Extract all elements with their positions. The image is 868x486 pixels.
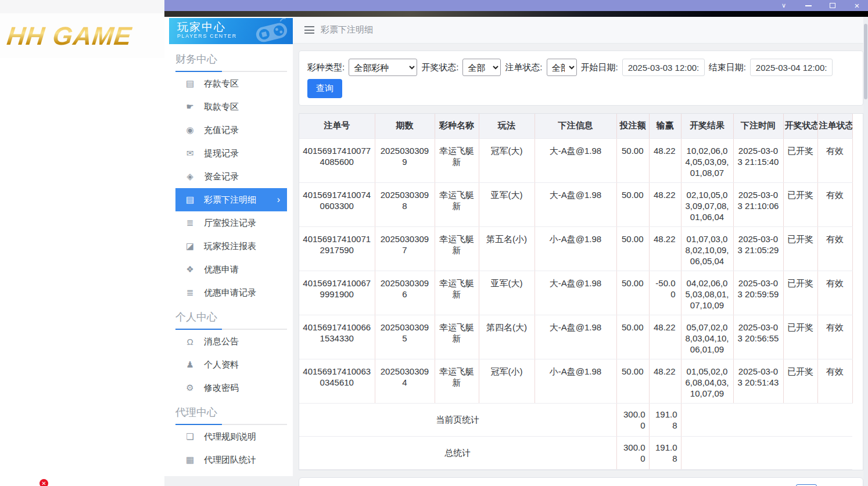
page-jump-input[interactable] [796, 484, 817, 486]
table-cell: 2025-03-03 21:05:29 [733, 226, 783, 271]
sidebar-item[interactable]: ◪玩家投注报表 [175, 235, 287, 258]
document-icon: ❏ [185, 431, 195, 442]
column-header: 期数 [375, 114, 435, 138]
table-cell: 已开奖 [783, 138, 817, 182]
table-cell: 01,07,03,08,02,10,09,06,05,04 [681, 226, 733, 271]
table-cell: 已开奖 [783, 271, 817, 315]
table-cell: 50.00 [616, 226, 649, 271]
table-row: 40156917410071291759020250303097幸运飞艇新第五名… [299, 226, 852, 271]
scrollbar[interactable] [863, 17, 868, 486]
sidebar-item[interactable]: ❖优惠申请 [175, 258, 287, 281]
table-row: 40156917410066153433020250303095幸运飞艇新第四名… [299, 315, 852, 359]
hh-game-logo: HH GAME [5, 21, 133, 51]
sidebar-item[interactable]: ◉充值记录 [175, 118, 287, 142]
column-header: 投注额 [616, 114, 649, 138]
sidebar-item-label: 取款专区 [204, 102, 239, 113]
sidebar-item-label: 提现记录 [204, 148, 239, 159]
bet-status-select[interactable]: 全部 [547, 59, 577, 76]
section-divider [175, 329, 287, 330]
query-button[interactable]: 查询 [307, 79, 342, 98]
wallet-icon: ✉ [185, 148, 195, 159]
minimize-icon[interactable] [804, 2, 812, 10]
table-cell: 50.00 [616, 271, 649, 315]
table-cell: 大-A盘@1.98 [535, 271, 616, 315]
table-cell: 2025-03-03 20:51:43 [733, 359, 783, 403]
sidebar-item-label: 彩票下注明细 [204, 195, 256, 206]
report-chart-icon: ◪ [185, 241, 195, 251]
sidebar-item-label: 消息公告 [204, 336, 239, 347]
sidebar-item[interactable]: ▦代理团队统计 [175, 448, 287, 471]
sidebar-item[interactable]: ♟个人资料 [175, 353, 287, 376]
table-cell: 50.00 [616, 138, 649, 182]
sidebar-item[interactable]: ☛取款专区 [175, 95, 287, 118]
column-header: 下注信息 [535, 114, 616, 138]
close-icon[interactable]: × [853, 2, 861, 10]
error-icon[interactable]: ✕ [40, 479, 48, 486]
summary-row: 当前页统计300.00191.08 [299, 403, 852, 436]
hand-coin-icon: ☛ [185, 102, 195, 112]
table-panel: 注单号期数彩种名称玩法下注信息投注额输赢开奖结果下注时间开奖状态注单状态 401… [299, 113, 863, 470]
lottery-type-select[interactable]: 全部彩种 [349, 59, 417, 76]
table-cell: 幸运飞艇新 [435, 226, 479, 271]
sidebar-item-label: 代理团队统计 [204, 455, 256, 466]
table-cell: 48.22 [649, 315, 681, 359]
table-cell: 48.22 [649, 182, 681, 226]
sidebar-item[interactable]: ▤存款专区 [175, 72, 287, 95]
sidebar-item-label: 玩家投注报表 [204, 241, 256, 252]
sidebar-item[interactable]: ◈资金记录 [175, 165, 287, 188]
sidebar-item[interactable]: Ω消息公告 [175, 330, 287, 353]
table-cell: 冠军(大) [479, 138, 535, 182]
start-date-input[interactable] [622, 59, 705, 76]
table-cell: 50.00 [616, 182, 649, 226]
app-body: 玩家中心 PLAYERS CENTER 财务中心▤存款专区☛取款专区◉充值记录✉… [164, 17, 863, 486]
table-row: 40156917410074060330020250303098幸运飞艇新亚军(… [299, 182, 852, 226]
column-header: 彩种名称 [435, 114, 479, 138]
chevron-down-icon[interactable]: ∨ [780, 2, 788, 10]
table-cell: 冠军(小) [479, 359, 535, 403]
column-header: 玩法 [479, 114, 535, 138]
table-cell: 已开奖 [783, 359, 817, 403]
page-header: 彩票下注明细 [293, 17, 863, 44]
table-cell: 幸运飞艇新 [435, 182, 479, 226]
summary-winloss-total: 191.08 [649, 403, 681, 436]
scrollbar-thumb[interactable] [864, 24, 867, 99]
table-cell: 20250303099 [375, 138, 435, 182]
summary-bet-total: 300.00 [616, 436, 649, 469]
bell-icon: Ω [185, 337, 195, 347]
sidebar-item[interactable]: ❏代理规则说明 [175, 425, 287, 448]
table-cell: 有效 [817, 359, 852, 403]
filter-row: 彩种类型: 全部彩种 开奖状态: 全部 注单状态: 全部 开始日期: [307, 59, 855, 76]
table-cell: 第五名(小) [479, 226, 535, 271]
table-cell: 401569174100679991900 [299, 271, 375, 315]
draw-status-select[interactable]: 全部 [462, 59, 501, 76]
table-cell: 401569174100661534330 [299, 315, 375, 359]
pager: 共6条 首页 上一页 [1] 下一页 第 页 跳转 [647, 484, 855, 486]
sidebar-item-label: 充值记录 [204, 125, 239, 136]
table-cell: 02,10,05,03,09,07,08,01,06,04 [681, 182, 733, 226]
bet-detail-table: 注单号期数彩种名称玩法下注信息投注额输赢开奖结果下注时间开奖状态注单状态 401… [299, 114, 853, 470]
window-frame-strip [164, 11, 868, 17]
table-cell: 小-A盘@1.98 [535, 359, 616, 403]
maximize-icon[interactable] [828, 2, 837, 10]
end-date-input[interactable] [750, 59, 833, 76]
sidebar-item[interactable]: ▤彩票下注明细› [175, 188, 287, 211]
filter-panel: 彩种类型: 全部彩种 开奖状态: 全部 注单状态: 全部 开始日期: [299, 51, 863, 106]
sidebar-item-label: 个人资料 [204, 359, 239, 370]
table-cell: 01,05,02,06,08,04,03,10,07,09 [681, 359, 733, 403]
sidebar-item[interactable]: ≣优惠申请记录 [175, 281, 287, 304]
bet-list-icon: ▤ [185, 195, 195, 205]
summary-row-label: 当前页统计 [299, 403, 616, 436]
table-cell: 有效 [817, 271, 852, 315]
sidebar-item[interactable]: ≣厅室投注记录 [175, 211, 287, 235]
sidebar-item-label: 优惠申请 [204, 264, 239, 275]
column-header: 开奖结果 [681, 114, 733, 138]
sidebar: 玩家中心 PLAYERS CENTER 财务中心▤存款专区☛取款专区◉充值记录✉… [164, 17, 293, 476]
money-bag-icon: ◉ [185, 125, 195, 135]
table-cell: 有效 [817, 182, 852, 226]
menu-icon[interactable] [304, 26, 314, 34]
filter-button-row: 查询 [307, 79, 855, 98]
sidebar-item[interactable]: ✉提现记录 [175, 142, 287, 165]
sidebar-item[interactable]: ⚙修改密码 [175, 376, 287, 399]
column-header: 注单状态 [817, 114, 852, 138]
table-cell: 04,02,06,05,03,08,01,07,10,09 [681, 271, 733, 315]
